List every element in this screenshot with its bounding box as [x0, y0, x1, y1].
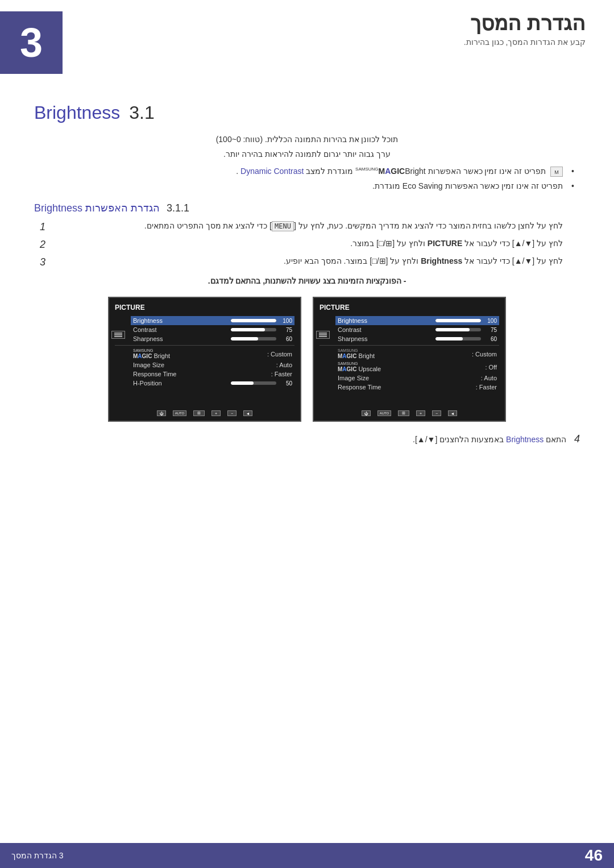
monitor-left-row-magic-bright: SAMSUNG MAGIC Bright : Custom — [335, 347, 499, 360]
bullet-text-before: תפריט זה אינו זמין כאשר האפשרות — [426, 167, 546, 176]
step-1-number: 1 — [34, 221, 45, 233]
rbtn-power: ⏻ — [157, 410, 166, 416]
row-bar-brightness: 100 — [435, 318, 497, 324]
row-val-magic-upscale: : Off — [485, 364, 497, 371]
row-val-image-size: : Auto — [481, 375, 497, 381]
row-r-bar-sharpness: 60 — [231, 336, 292, 342]
monitor-right-row-response: Response Time : Faster — [131, 369, 294, 379]
btn-plus: + — [416, 410, 425, 416]
row-r-val-magic-bright: : Custom — [267, 351, 292, 358]
monitor-right-row-contrast: Contrast 75 — [131, 325, 294, 334]
row-r-label-image-size: Image Size — [133, 362, 164, 368]
btn-power: ⏻ — [362, 410, 371, 416]
bullet-list: M תפריט זה אינו זמין כאשר האפשרות SAMSUN… — [34, 167, 580, 190]
row-r-label-sharpness: Sharpness — [133, 335, 163, 342]
row-label-sharpness: Sharpness — [338, 335, 368, 342]
row-r-bar-brightness: 100 — [231, 318, 292, 324]
monitor-left-row-response: Response Time : Faster — [335, 383, 499, 392]
btn-menu-icon: ⊞ — [398, 410, 409, 416]
row-val-magic-bright: : Custom — [472, 351, 497, 358]
chapter-badge: 3 — [0, 11, 63, 74]
rbtn-plus-icon: + — [211, 410, 221, 416]
monitor-left-label: PICTURE — [320, 304, 499, 312]
monitor-right: PICTURE Brightness 100 Contrast 75 Sharp… — [108, 297, 301, 422]
btn-menu: ⊞ — [398, 410, 409, 416]
monitor-right-row-magic-bright: SAMSUNG MAGIC Bright : Custom — [131, 347, 294, 360]
step-2: 2 לחץ על [▼/▲] כדי לעבור אל PICTURE ולחץ… — [34, 239, 580, 251]
monitors-container: PICTURE Brightness 100 Contrast 75 Sharp… — [34, 297, 580, 422]
monitor-right-row-sharpness: Sharpness 60 — [131, 334, 294, 343]
row-label-contrast: Contrast — [338, 326, 362, 333]
main-content: 3.1 Brightness תוכל לכוונן את בהירות התמ… — [0, 80, 614, 463]
section-title: Brightness — [34, 102, 120, 123]
step-4-line: 4 התאם Brightness באמצעות הלחצנים [▼/▲]. — [34, 433, 580, 445]
section-number: 3.1 — [129, 102, 154, 123]
monitor-left-icon — [316, 331, 330, 339]
btn-minus: − — [432, 410, 441, 416]
bullet-item-1: M תפריט זה אינו זמין כאשר האפשרות SAMSUN… — [34, 167, 580, 177]
step-3-text: לחץ על [▼/▲] כדי לעבור אל Brightness ולח… — [50, 256, 563, 265]
row-val-response: : Faster — [476, 384, 497, 391]
row-label-brightness: Brightness — [338, 317, 367, 324]
row-r-val-sharpness: 60 — [279, 336, 292, 342]
btn-auto-icon: AUTO — [377, 410, 391, 416]
row-r-val-hpos: 50 — [279, 380, 292, 387]
btn-left: ◄ — [448, 410, 457, 416]
row-r-label-hpos: H-Position — [133, 380, 162, 387]
step-3-number: 3 — [34, 256, 45, 268]
row-val-sharpness: 60 — [483, 336, 497, 342]
row-r-label-brightness: Brightness — [133, 317, 163, 324]
rbtn-minus-icon: − — [227, 410, 237, 416]
row-label-response: Response Time — [338, 384, 381, 391]
note-line: - הפונקציות הזמינות בצג עשויות להשתנות, … — [34, 276, 580, 285]
row-r-val-response: : Faster — [271, 371, 292, 377]
monitor-right-row-brightness: Brightness 100 — [131, 316, 294, 325]
row-r-label-response: Response Time — [133, 371, 176, 377]
rbtn-menu-icon: ⊞ — [193, 410, 205, 416]
rbtn-left: ◄ — [243, 410, 252, 416]
row-bar-contrast: 75 — [435, 327, 497, 333]
row-r-val-image-size: : Auto — [276, 362, 292, 368]
steps-list: 1 לחץ על לחצן כלשהו בחזית המוצר כדי להצי… — [34, 221, 580, 268]
step-2-number: 2 — [34, 239, 45, 251]
subsection-number: 3.1.1 — [167, 202, 189, 214]
monitor-left-row-image-size: Image Size : Auto — [335, 373, 499, 383]
row-r-bar-hpos: 50 — [231, 380, 292, 387]
row-r-label-magic-bright: SAMSUNG MAGIC Bright — [133, 348, 170, 359]
btn-auto: AUTO — [377, 410, 391, 416]
monitor-right-icon — [111, 331, 125, 339]
row-r-bar-contrast: 75 — [231, 327, 292, 333]
row-label-magic-upscale: SAMSUNG MAGIC Upscale — [338, 362, 381, 372]
row-val-contrast: 75 — [483, 327, 497, 333]
monitor-left-row-sharpness: Sharpness 60 — [335, 334, 499, 343]
monitor-right-label: PICTURE — [115, 304, 294, 312]
rbtn-left-icon: ◄ — [243, 410, 252, 416]
row-bar-sharpness: 60 — [435, 336, 497, 342]
bullet-text-middle: מוגדרת למצב — [304, 167, 353, 176]
btn-left-icon: ◄ — [448, 410, 457, 416]
step-4-text: התאם Brightness באמצעות הלחצנים [▼/▲]. — [413, 435, 566, 444]
step-3: 3 לחץ על [▼/▲] כדי לעבור אל Brightness ו… — [34, 256, 580, 268]
step-4-brightness-label: Brightness — [506, 435, 544, 444]
subsection-heading: 3.1.1 הגדרת האפשרות Brightness — [34, 202, 580, 214]
monitor-left-row-magic-upscale: SAMSUNG MAGIC Upscale : Off — [335, 360, 499, 373]
footer-text: 3 הגדרת המסך — [11, 851, 64, 860]
rbtn-power-icon: ⏻ — [157, 410, 166, 416]
monitor-left: PICTURE Brightness 100 Contrast 75 Sharp… — [313, 297, 506, 422]
btn-power-icon: ⏻ — [362, 410, 371, 416]
samsung-magic-bright-label: SAMSUNGMAGICBright — [353, 167, 426, 176]
bullet-item-2: תפריט זה אינו זמין כאשר האפשרות Eco Savi… — [34, 181, 580, 190]
step-1: 1 לחץ על לחצן כלשהו בחזית המוצר כדי להצי… — [34, 221, 580, 233]
monitor-left-row-brightness: Brightness 100 — [335, 316, 499, 325]
row-r-val-contrast: 75 — [279, 327, 292, 333]
row-label-image-size: Image Size — [338, 375, 369, 381]
btn-minus-icon: − — [432, 410, 441, 416]
page-header: הגדרת המסך קבע את הגדרות המסך, כגון בהיר… — [0, 0, 614, 80]
rbtn-minus: − — [227, 410, 237, 416]
monitor-left-bottom: ◄ − + ⊞ AUTO ⏻ — [318, 410, 500, 416]
footer-page-number: 46 — [585, 846, 603, 865]
chapter-subtitle: קבע את הגדרות המסך, כגון בהירות. — [63, 38, 586, 47]
monitor-right-row-image-size: Image Size : Auto — [131, 360, 294, 369]
rbtn-plus: + — [211, 410, 221, 416]
intro-text-1: תוכל לכוונן את בהירות התמונה הכללית. (טו… — [34, 135, 580, 144]
